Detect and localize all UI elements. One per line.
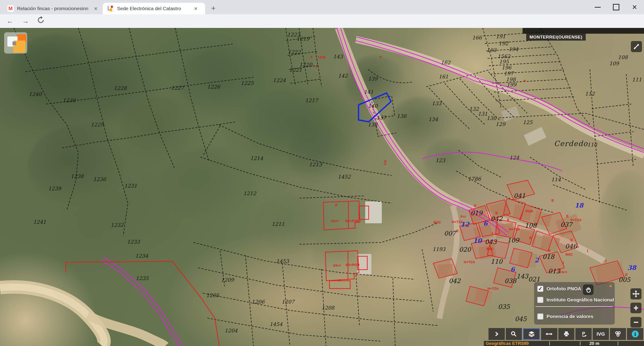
layers-icon[interactable] bbox=[523, 328, 540, 340]
map-viewport[interactable]: 1240123012291228122712261225122412231219… bbox=[0, 28, 644, 346]
map-label: 1232 bbox=[110, 222, 124, 228]
close-tab-icon[interactable]: × bbox=[94, 6, 98, 12]
zoom-in-button[interactable]: + bbox=[630, 303, 642, 313]
map-label: II bbox=[570, 238, 572, 243]
layer-row[interactable]: Instituto Geográfico Nacional bbox=[537, 296, 614, 304]
back-icon[interactable]: ← bbox=[6, 17, 13, 25]
panel-divider bbox=[536, 306, 613, 307]
map-label: SS+I bbox=[333, 263, 341, 267]
layer-checkbox[interactable] bbox=[537, 313, 543, 319]
map-label: 1562 bbox=[498, 54, 510, 59]
map-label: 1217 bbox=[305, 98, 318, 103]
map-label: 005 bbox=[618, 276, 630, 283]
map-label: 1209 bbox=[221, 277, 234, 283]
map-label: 2 bbox=[535, 257, 539, 264]
map-label: 1226 bbox=[207, 84, 220, 90]
print-icon[interactable] bbox=[558, 328, 575, 340]
tab-catastro[interactable]: Sede Electrónica del Catastro × bbox=[103, 3, 205, 14]
map-label: 042 bbox=[490, 215, 502, 222]
layer-checkbox[interactable] bbox=[537, 297, 543, 303]
map-label: + bbox=[310, 54, 313, 60]
map-label: II bbox=[529, 236, 531, 240]
map-label: P+I bbox=[460, 215, 466, 219]
map-toolbar: PIVGi bbox=[488, 328, 643, 340]
map-label: 161 bbox=[439, 74, 448, 80]
map-label: 1231 bbox=[124, 183, 137, 189]
reload-icon[interactable] bbox=[37, 16, 45, 26]
layer-checkbox[interactable]: ✓ bbox=[537, 286, 543, 292]
map-label: 112 bbox=[585, 91, 595, 97]
map-label: 1205 bbox=[206, 292, 219, 298]
map-label: 1233 bbox=[127, 239, 140, 245]
map-label: 042 bbox=[448, 277, 460, 284]
map-label: 197 bbox=[504, 71, 514, 76]
fullscreen-button[interactable] bbox=[631, 41, 642, 52]
map-label: ESC bbox=[487, 247, 494, 251]
map-label: 043 bbox=[485, 238, 497, 245]
minimize-button[interactable] bbox=[588, 0, 607, 14]
viewer-logo[interactable] bbox=[4, 32, 27, 54]
info-icon[interactable]: i bbox=[627, 328, 643, 340]
close-window-button[interactable]: × bbox=[625, 0, 644, 14]
status-bar: Geográficas ETRS89 20 m bbox=[484, 341, 644, 346]
scale-tick bbox=[580, 341, 580, 345]
map-label: I bbox=[492, 231, 493, 236]
map-label: 1454 bbox=[270, 321, 282, 327]
map-label: 1224 bbox=[273, 78, 286, 83]
chevron-right-icon[interactable] bbox=[488, 328, 505, 340]
map-label: POR bbox=[526, 209, 533, 213]
map-label: 138 bbox=[368, 122, 378, 127]
map-label: 021 bbox=[528, 276, 540, 283]
map-label: 110 bbox=[587, 142, 597, 148]
maximize-button[interactable] bbox=[607, 0, 625, 14]
layer-row[interactable]: ✓Ortofoto PNOA bbox=[537, 285, 581, 293]
map-label: 1241 bbox=[33, 219, 46, 225]
map-label: 1238 bbox=[71, 174, 84, 179]
drag-hand-icon[interactable] bbox=[583, 284, 594, 295]
tab-gmail[interactable]: M Relación fincas - promocionesinn × bbox=[3, 3, 102, 14]
map-label: 1207 bbox=[282, 299, 294, 305]
new-tab-button[interactable]: + bbox=[211, 4, 216, 13]
map-label: 38 bbox=[628, 264, 636, 271]
map-label: II bbox=[548, 249, 550, 253]
layers-panel: × ✓Ortofoto PNOAInstituto Geográfico Nac… bbox=[534, 282, 615, 324]
point-tool-icon[interactable]: P bbox=[575, 328, 592, 340]
cluster-icon[interactable] bbox=[610, 328, 626, 340]
map-label: 1228 bbox=[114, 85, 127, 91]
map-label: 019 bbox=[470, 210, 482, 217]
map-label: 035 bbox=[498, 303, 510, 310]
map-label: 109 bbox=[609, 61, 619, 66]
gmail-icon: M bbox=[7, 5, 14, 12]
map-label: SS+POR bbox=[345, 219, 359, 223]
map-label: 007 bbox=[444, 230, 456, 237]
map-label: 192 bbox=[498, 41, 508, 46]
pan-button[interactable] bbox=[630, 288, 642, 299]
navigation-bar: ← → https://www1.sedecatastro.gob.es/Car… bbox=[0, 14, 644, 28]
map-label: 1208 bbox=[322, 305, 334, 311]
layer-label: Ortofoto PNOA bbox=[546, 286, 581, 292]
map-label: 1227 bbox=[171, 85, 184, 91]
map-label: 141 bbox=[364, 89, 374, 95]
close-tab-icon[interactable]: × bbox=[194, 6, 198, 12]
map-label: 1222 bbox=[288, 49, 301, 55]
map-label: 108 bbox=[618, 54, 628, 60]
projection-label: Geográficas ETRS89 bbox=[486, 341, 529, 346]
measure-icon[interactable] bbox=[541, 328, 557, 340]
forward-icon[interactable]: → bbox=[22, 17, 29, 25]
top-strip bbox=[522, 28, 644, 34]
zoom-out-button[interactable]: − bbox=[630, 317, 642, 327]
search-icon[interactable] bbox=[506, 328, 522, 340]
map-label: I bbox=[563, 261, 564, 265]
map-label: II bbox=[566, 214, 568, 219]
map-label: 133 bbox=[432, 101, 442, 106]
map-label: 143 bbox=[333, 54, 343, 60]
layer-row[interactable]: Ponencia de valores bbox=[537, 312, 593, 320]
tab-title: Sede Electrónica del Catastro bbox=[117, 6, 191, 11]
map-label: 196 bbox=[502, 65, 511, 71]
browser-window: M Relación fincas - promocionesinn × Sed… bbox=[0, 0, 644, 346]
map-label: 199 bbox=[507, 82, 516, 88]
map-label: 1786 bbox=[468, 176, 481, 182]
map-label: 1235 bbox=[136, 275, 148, 281]
ivg-button[interactable]: IVG bbox=[592, 328, 609, 340]
close-panel-icon[interactable]: × bbox=[609, 283, 612, 289]
